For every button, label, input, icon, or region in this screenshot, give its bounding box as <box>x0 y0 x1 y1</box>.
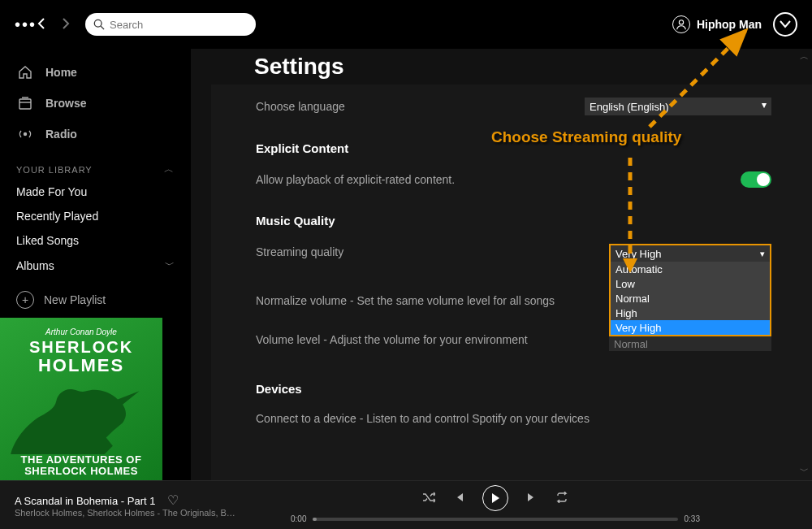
user-menu-chevron[interactable] <box>773 12 797 37</box>
album-subtitle-2: SHERLOCK HOLMES <box>24 466 138 477</box>
search-icon <box>93 19 105 30</box>
scroll-down-icon[interactable]: ﹀ <box>800 465 809 477</box>
option-automatic[interactable]: Automatic <box>611 262 770 276</box>
new-playlist-button[interactable]: + New Playlist <box>0 278 191 322</box>
choose-language-label: Choose language <box>256 100 345 113</box>
option-high[interactable]: High <box>611 306 770 320</box>
nav-forward-icon[interactable] <box>61 16 71 33</box>
album-title-2: HOLMES <box>38 355 124 376</box>
radio-icon <box>16 125 34 143</box>
chevron-down-icon[interactable]: ﹀ <box>165 258 175 272</box>
browse-icon <box>16 94 34 112</box>
row-explicit: Allow playback of explicit-rated content… <box>256 167 771 193</box>
menu-dots[interactable]: ••• <box>15 15 37 34</box>
album-silhouette <box>6 376 156 454</box>
explicit-desc: Allow playback of explicit-rated content… <box>256 173 455 186</box>
home-icon <box>16 63 34 81</box>
search-input[interactable] <box>110 19 248 31</box>
sidebar-item-radio[interactable]: Radio <box>0 119 191 150</box>
topbar: ••• Hiphop Man <box>0 0 812 49</box>
sidebar-item-home[interactable]: Home <box>0 57 191 88</box>
svg-rect-3 <box>19 99 31 109</box>
language-value: English (English) <box>585 98 771 115</box>
row-language: Choose language English (English) <box>256 93 771 120</box>
normalize-label: Normalize volume - Set the same volume l… <box>256 294 555 307</box>
progress-track[interactable] <box>313 518 677 521</box>
username-label: Hiphop Man <box>697 18 762 31</box>
svg-point-0 <box>94 20 102 27</box>
album-title-1: SHERLOCK <box>29 338 133 357</box>
streaming-quality-wrap: Very High ▾ Automatic Low Normal High Ve… <box>609 244 771 351</box>
sidebar-item-browse[interactable]: Browse <box>0 88 191 119</box>
chevron-up-icon[interactable]: ︿ <box>164 163 175 176</box>
plus-icon: + <box>16 291 34 309</box>
app-root: ••• Hiphop Man <box>0 0 812 529</box>
library-header: YOUR LIBRARY ︿ <box>0 150 191 180</box>
devices-desc: Connect to a device - Listen to and cont… <box>256 412 590 425</box>
settings-panel: Choose language English (English) Explic… <box>211 85 812 480</box>
search-box[interactable] <box>85 13 256 36</box>
now-playing-album-art[interactable]: Arthur Conan Doyle SHERLOCK HOLMES THE A… <box>0 318 162 480</box>
time-elapsed: 0:00 <box>291 514 306 523</box>
svg-line-1 <box>101 26 104 29</box>
chevron-down-icon: ▾ <box>760 249 765 259</box>
shuffle-icon[interactable] <box>422 492 435 505</box>
scroll-up-icon[interactable]: ︿ <box>800 50 809 63</box>
section-explicit: Explicit Content <box>256 141 771 155</box>
volume-level-label: Volume level - Adjust the volume for you… <box>256 333 528 346</box>
sidebar-item-made-for-you[interactable]: Made For You <box>0 180 191 204</box>
sidebar-item-albums[interactable]: Albums ﹀ <box>0 253 191 278</box>
nav-back-icon[interactable] <box>37 16 46 33</box>
option-low[interactable]: Low <box>611 276 770 291</box>
section-devices: Devices <box>256 382 771 396</box>
nav-arrows <box>37 16 71 33</box>
language-select[interactable]: English (English) <box>585 98 771 115</box>
main-content: ︿ Settings Choose language English (Engl… <box>191 49 812 480</box>
track-subtitle[interactable]: Sherlock Holmes, Sherlock Holmes - The O… <box>15 508 291 518</box>
below-dropdown-label: Normal <box>609 336 771 351</box>
option-normal[interactable]: Normal <box>611 291 770 306</box>
album-subtitle-1: THE ADVENTURES OF <box>21 454 142 466</box>
track-title[interactable]: A Scandal in Bohemia - Part 1 <box>15 495 155 507</box>
play-button[interactable] <box>482 485 508 511</box>
svg-point-4 <box>24 132 27 136</box>
previous-icon[interactable] <box>453 492 464 505</box>
player-controls: 0:00 0:33 <box>291 487 700 523</box>
streaming-quality-label: Streaming quality <box>256 244 343 258</box>
like-button[interactable]: ♡ <box>167 493 179 507</box>
streaming-quality-dropdown[interactable]: Very High ▾ Automatic Low Normal High Ve… <box>609 244 771 336</box>
next-icon[interactable] <box>526 492 538 505</box>
repeat-icon[interactable] <box>555 492 568 505</box>
row-devices: Connect to a device - Listen to and cont… <box>256 407 771 430</box>
album-author: Arthur Conan Doyle <box>45 327 117 336</box>
sidebar: Home Browse Radio YOUR LIBRARY ︿ Made Fo… <box>0 49 191 480</box>
avatar-icon <box>672 15 690 33</box>
now-playing-info: A Scandal in Bohemia - Part 1 ♡ Sherlock… <box>15 492 291 518</box>
user-menu[interactable]: Hiphop Man <box>672 12 797 37</box>
svg-point-2 <box>679 20 683 24</box>
page-title: Settings <box>191 49 812 88</box>
sidebar-label: Home <box>45 66 77 79</box>
sidebar-label: Browse <box>45 97 87 110</box>
time-duration: 0:33 <box>685 514 700 523</box>
explicit-toggle[interactable] <box>741 171 771 188</box>
section-music-quality: Music Quality <box>256 214 771 228</box>
sidebar-label: Radio <box>45 128 77 141</box>
option-very-high[interactable]: Very High <box>611 320 770 335</box>
streaming-quality-selected[interactable]: Very High ▾ <box>611 245 770 262</box>
progress-bar[interactable]: 0:00 0:33 <box>291 514 700 523</box>
sidebar-item-liked-songs[interactable]: Liked Songs <box>0 228 191 253</box>
player-bar: A Scandal in Bohemia - Part 1 ♡ Sherlock… <box>0 480 812 529</box>
streaming-quality-menu: Automatic Low Normal High Very High <box>611 262 770 335</box>
sidebar-item-recently-played[interactable]: Recently Played <box>0 204 191 228</box>
